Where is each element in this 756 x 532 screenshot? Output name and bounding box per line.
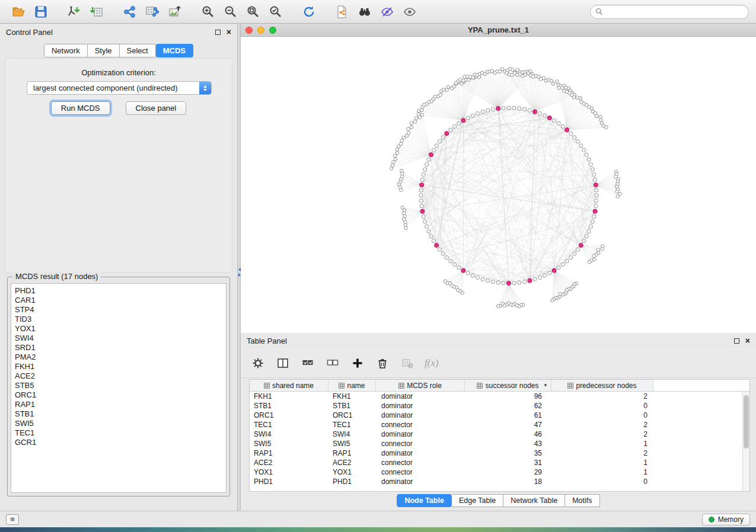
import-network-button[interactable] — [63, 3, 85, 21]
save-session-button[interactable] — [30, 3, 52, 21]
table-row[interactable]: YOX1YOX1connector291 — [250, 467, 742, 477]
show-details-button[interactable] — [398, 3, 421, 21]
new-network-button[interactable] — [119, 3, 141, 21]
mcds-node-item[interactable]: STB5 — [15, 381, 226, 390]
tab-edge-table[interactable]: Edge Table — [452, 494, 503, 507]
node-table: shared name name MCDS role successor nod… — [249, 379, 750, 492]
search-input[interactable] — [606, 8, 744, 16]
mcds-node-item[interactable]: STB1 — [15, 409, 226, 419]
column-header-mcds-role[interactable]: MCDS role — [376, 380, 465, 391]
sort-descending-icon[interactable]: ▼ — [543, 383, 548, 388]
mcds-node-item[interactable]: PMA2 — [15, 352, 226, 362]
table-row[interactable]: SWI5SWI5connector431 — [250, 439, 742, 448]
scrollbar-thumb[interactable] — [744, 395, 749, 448]
mcds-node-item[interactable]: FKH1 — [15, 362, 226, 371]
table-cell: 1 — [551, 468, 653, 476]
tab-select[interactable]: Select — [120, 44, 156, 57]
mcds-node-item[interactable]: ORC1 — [15, 390, 226, 400]
tab-network[interactable]: Network — [44, 44, 88, 57]
table-row[interactable]: STB1STB1dominator620 — [250, 401, 742, 411]
float-table-panel-icon[interactable] — [734, 338, 739, 344]
function-builder-button[interactable]: f(x) — [425, 355, 439, 371]
share-document-button[interactable] — [331, 3, 353, 21]
table-row[interactable]: SWI4SWI4dominator462 — [250, 430, 742, 439]
mcds-node-item[interactable]: GCR1 — [15, 438, 226, 447]
network-graph[interactable] — [241, 37, 756, 333]
table-row[interactable]: ORC1ORC1dominator610 — [250, 411, 742, 420]
table-row[interactable]: FKH1FKH1dominator962 — [250, 392, 742, 401]
mcds-node-item[interactable]: PHD1 — [15, 286, 226, 296]
table-cell: 96 — [465, 392, 551, 400]
delete-column-button[interactable] — [375, 355, 390, 371]
minimize-window-icon[interactable] — [257, 27, 264, 34]
zoom-in-button[interactable] — [197, 3, 219, 21]
mcds-node-item[interactable]: STP4 — [15, 305, 226, 315]
node-table-body: FKH1FKH1dominator962STB1STB1dominator620… — [250, 392, 742, 491]
table-row[interactable]: RAP1RAP1dominator352 — [250, 448, 742, 458]
table-cell: 46 — [465, 430, 551, 438]
table-settings-button[interactable] — [250, 355, 266, 371]
table-scrollbar[interactable] — [742, 392, 749, 491]
table-cell: SWI5 — [250, 440, 328, 448]
float-panel-icon[interactable] — [215, 30, 221, 35]
refresh-view-button[interactable] — [298, 3, 320, 21]
column-header-shared-name[interactable]: shared name — [250, 380, 328, 391]
tab-style[interactable]: Style — [88, 44, 120, 57]
maximize-window-icon[interactable] — [269, 27, 276, 34]
zoom-selected-button[interactable] — [264, 3, 287, 21]
close-panel-button[interactable]: Close panel — [126, 101, 187, 115]
close-panel-icon[interactable]: × — [227, 28, 231, 36]
find-neighbors-button[interactable] — [353, 3, 376, 21]
table-panel-tabs: Node Table Edge Table Network Table Moti… — [241, 494, 756, 507]
tab-mcds[interactable]: MCDS — [156, 44, 193, 57]
close-window-icon[interactable] — [245, 27, 253, 34]
table-row[interactable]: ACE2ACE2connector311 — [250, 458, 742, 467]
import-table-disabled-button — [400, 355, 415, 371]
mcds-result-list[interactable]: PHD1CAR1STP4TID3YOX1SWI4SRD1PMA2FKH1ACE2… — [11, 283, 227, 493]
show-columns-button[interactable] — [275, 355, 291, 371]
zoom-fit-button[interactable] — [242, 3, 264, 21]
node-table-header: shared name name MCDS role successor nod… — [250, 380, 749, 392]
criterion-dropdown[interactable]: largest connected component (undirected) — [27, 81, 212, 95]
mcds-node-item[interactable]: SRD1 — [15, 343, 226, 352]
mcds-node-item[interactable]: SWI4 — [15, 334, 226, 343]
refresh-icon — [302, 5, 316, 19]
memory-button[interactable]: Memory — [702, 514, 750, 525]
column-header-name[interactable]: name — [328, 380, 376, 391]
status-bar: ≡ Memory — [0, 511, 756, 527]
select-all-rows-button[interactable] — [300, 355, 315, 371]
mcds-node-item[interactable]: SWI5 — [15, 419, 226, 428]
global-search-field[interactable] — [590, 5, 749, 19]
network-from-table-button[interactable] — [141, 3, 164, 21]
open-file-button[interactable] — [7, 3, 30, 21]
tab-network-table[interactable]: Network Table — [503, 494, 565, 507]
export-image-button[interactable] — [164, 3, 186, 21]
add-column-button[interactable] — [350, 355, 365, 371]
mcds-node-item[interactable]: TID3 — [15, 315, 226, 324]
table-cell: 35 — [465, 449, 551, 457]
dropdown-stepper-icon — [199, 82, 211, 94]
mcds-node-item[interactable]: YOX1 — [15, 324, 226, 334]
column-header-filler — [653, 380, 749, 391]
table-row[interactable]: PHD1PHD1dominator180 — [250, 477, 742, 486]
fx-icon: f(x) — [425, 357, 439, 369]
close-table-panel-icon[interactable]: × — [745, 336, 750, 345]
hide-details-button[interactable] — [376, 3, 398, 21]
run-mcds-button[interactable]: Run MCDS — [51, 101, 110, 115]
table-row[interactable]: TEC1TEC1connector472 — [250, 420, 742, 430]
tab-node-table[interactable]: Node Table — [397, 494, 451, 507]
import-table-button[interactable] — [85, 3, 108, 21]
panel-menu-button[interactable]: ≡ — [6, 514, 19, 525]
network-canvas[interactable] — [241, 37, 756, 333]
mcds-node-item[interactable]: TEC1 — [15, 428, 226, 438]
mcds-node-item[interactable]: RAP1 — [15, 400, 226, 409]
zoom-out-button[interactable] — [219, 3, 242, 21]
column-header-successor-nodes[interactable]: successor nodes ▼ — [465, 380, 551, 391]
tab-motifs[interactable]: Motifs — [565, 494, 599, 507]
column-header-predecessor-nodes[interactable]: predecessor nodes — [551, 380, 653, 391]
table-cell: YOX1 — [328, 468, 376, 476]
mcds-node-item[interactable]: ACE2 — [15, 371, 226, 381]
checked-boxes-icon — [302, 357, 314, 369]
mcds-node-item[interactable]: CAR1 — [15, 296, 226, 305]
deselect-all-rows-button[interactable] — [325, 355, 340, 371]
